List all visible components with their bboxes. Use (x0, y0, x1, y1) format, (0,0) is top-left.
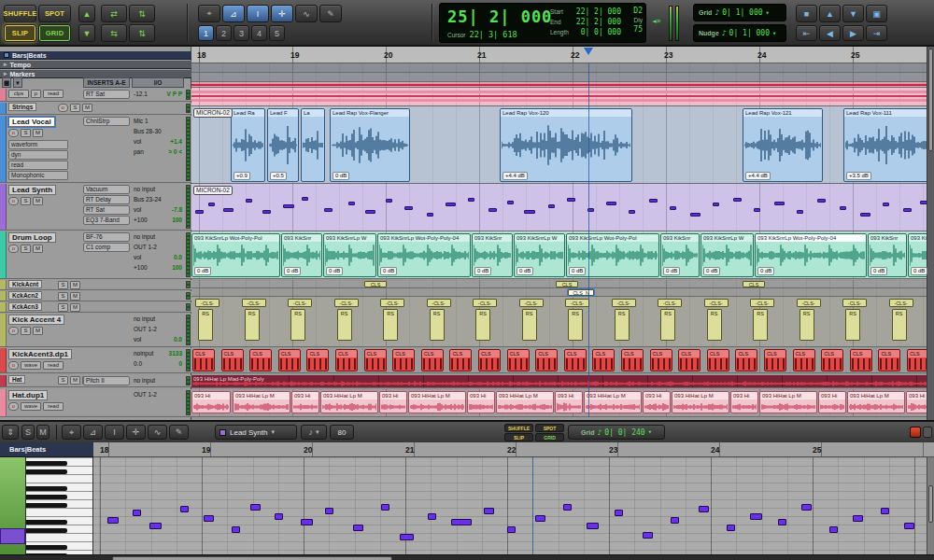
track-name[interactable]: Lead Vocal (8, 117, 55, 127)
midi-note[interactable] (615, 510, 623, 516)
audio-clip[interactable]: CLS (364, 349, 387, 371)
midi-note[interactable] (881, 508, 889, 514)
io-slot[interactable]: 0.00 (132, 359, 184, 369)
mute-button[interactable]: M (33, 327, 43, 335)
midi-note[interactable] (649, 199, 658, 203)
audio-clip[interactable]: 093 KikSnrLp Wot-Poly-Poly-040 dB (755, 233, 867, 277)
solo-button[interactable]: S (21, 245, 31, 253)
mute-button[interactable]: M (70, 376, 80, 385)
zoom-preset-3-button[interactable]: 3 (234, 25, 249, 41)
midi-note[interactable] (733, 198, 742, 202)
midi-note[interactable] (302, 197, 308, 201)
solo-button[interactable]: S (58, 281, 68, 289)
audio-clip[interactable]: CLS (192, 349, 215, 371)
audio-clip[interactable]: 093 KikSnrLp Wot-Poly-Pol0 dB (191, 233, 280, 277)
midi-note[interactable] (524, 210, 535, 214)
midi-note[interactable] (801, 504, 812, 511)
io-slot[interactable]: +100100 (132, 263, 184, 273)
midi-note[interactable] (904, 523, 914, 529)
audio-clip[interactable]: Lead F+0.5 (267, 108, 299, 182)
midi-note[interactable] (853, 515, 863, 522)
audio-clip[interactable]: CLS (278, 349, 301, 371)
solo-button[interactable]: S (21, 327, 31, 335)
audio-clip[interactable]: 093 HiHat Lp M (672, 391, 729, 413)
audio-clip[interactable]: Lead Rap Vox-111+3.5 dB (843, 108, 929, 182)
zoom-preset-5-button[interactable]: 5 (269, 25, 285, 41)
track-view-option[interactable]: dyn (8, 150, 68, 160)
piano-key-black[interactable] (26, 461, 67, 466)
track-name[interactable]: Kick Accent 4 (8, 315, 64, 325)
editor-mode-grid[interactable]: GRID (535, 433, 564, 441)
mode-button-shuffle[interactable]: SHUFFLE (4, 5, 36, 22)
audio-clip[interactable]: Lead Rap Vox-Flanger0 dB (330, 108, 410, 182)
piano-key-black[interactable] (26, 545, 67, 550)
audio-clip[interactable]: CLS (507, 349, 530, 371)
clip-cls[interactable]: -CLS- (842, 299, 867, 307)
track-view-option[interactable]: read (8, 161, 68, 170)
zoom-down-button[interactable]: ▼ (78, 24, 95, 42)
io-slot[interactable]: OUT 1-2 (132, 325, 184, 334)
audio-clip[interactable]: 093 KikSnrLp Wot-Poly-Poly-040 dB (377, 233, 471, 277)
midi-note[interactable] (629, 210, 635, 214)
editor-bars-ruler[interactable]: 1819202122232425 (0, 442, 934, 457)
audio-clip[interactable]: CLS (678, 349, 700, 371)
editor-mode-slip[interactable]: SLIP (504, 433, 533, 441)
clip-rs[interactable]: RS (430, 309, 445, 341)
editor-grid-selector[interactable]: Grid ♪ 0| 0| 240 ▾ (568, 425, 665, 440)
audio-clip[interactable]: CLS (564, 349, 587, 371)
scrollbar-thumb[interactable] (112, 556, 392, 560)
clip-rs[interactable]: RS (753, 309, 768, 341)
nudge-value-selector[interactable]: Nudge ♪ 0| 1| 000 ▾ (693, 24, 786, 42)
audio-clip[interactable]: 093 Hi (379, 391, 407, 413)
insert-slot[interactable]: Vacuum (83, 185, 130, 194)
midi-note[interactable] (778, 519, 786, 525)
editor-close-button[interactable] (910, 427, 921, 438)
audio-clip[interactable]: 093 HiHat Lp M (847, 391, 905, 413)
clip-cls[interactable]: -CLS- (427, 299, 451, 307)
audio-clip[interactable]: CLS (449, 349, 472, 371)
midi-note[interactable] (107, 517, 119, 524)
midi-note[interactable] (840, 206, 846, 210)
io-slot[interactable]: vol-7.8 (132, 205, 184, 215)
clip-cls[interactable]: -CLS- (288, 299, 312, 307)
midi-note[interactable] (246, 199, 252, 203)
clip-rs[interactable]: RS (245, 309, 260, 341)
io-slot[interactable]: vol0.0 (132, 335, 184, 344)
record-enable-button[interactable]: o (8, 197, 19, 205)
clip-cls[interactable]: -CLS- (797, 299, 821, 307)
clip-rs[interactable]: RS (892, 309, 907, 341)
io-slot[interactable]: OUT 1-2 (132, 390, 184, 399)
audio-clip[interactable]: CLS (793, 349, 815, 371)
record-enable-button[interactable]: o (58, 104, 68, 112)
insert-slot[interactable]: RT Sat (83, 205, 130, 215)
editor-mute-button[interactable]: M (36, 425, 50, 440)
midi-note[interactable] (232, 526, 240, 533)
audio-clip[interactable]: CLS (850, 349, 872, 371)
midi-note[interactable] (325, 508, 333, 514)
audio-clip[interactable]: CLS (335, 349, 358, 371)
audio-clip[interactable]: 093 Hi (291, 391, 319, 413)
midi-note[interactable] (365, 210, 375, 214)
midi-note[interactable] (275, 513, 283, 520)
editor-grabber-tool-button[interactable]: ✛ (126, 425, 146, 440)
editor-horizontal-scrollbar[interactable] (0, 554, 934, 560)
piano-key-black[interactable] (26, 495, 67, 499)
midi-note[interactable] (690, 213, 700, 217)
insert-slot[interactable]: BF-76 (83, 232, 130, 242)
midi-note[interactable] (133, 510, 141, 516)
go-to-end-button[interactable]: ⇥ (866, 25, 887, 41)
audio-clip[interactable]: CLS (764, 349, 786, 371)
clip-rs[interactable]: RS (522, 309, 537, 341)
audio-clip[interactable]: CLS (878, 349, 900, 371)
midi-note[interactable] (324, 208, 333, 212)
solo-button[interactable]: S (58, 292, 68, 301)
piano-key-black[interactable] (26, 520, 67, 525)
io-slot[interactable]: +100100 (132, 216, 184, 225)
audio-clip[interactable]: CLS (650, 349, 672, 371)
audio-clip[interactable]: CLS (592, 349, 615, 371)
clip-cls[interactable]: -CLS- (380, 299, 404, 307)
read-button[interactable]: read (43, 90, 64, 98)
piano-key-black[interactable] (26, 503, 67, 508)
track-name[interactable]: KickAcnt (8, 280, 42, 288)
audio-clip[interactable]: CLS (478, 349, 501, 371)
